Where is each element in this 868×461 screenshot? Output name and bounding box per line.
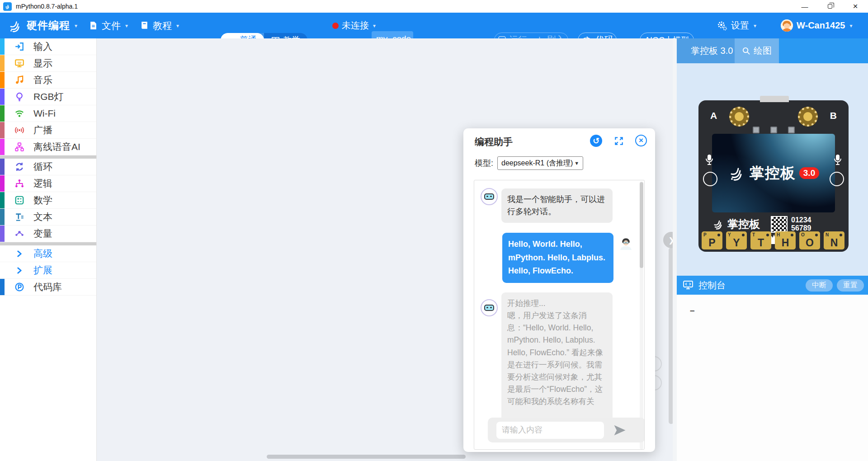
- close-button[interactable]: ×: [843, 0, 868, 13]
- silkscreen-brand: 掌控板: [727, 217, 760, 231]
- message-list[interactable]: 我是一个智能助手，可以进行多轮对话。 Hello, World. Hello, …: [474, 180, 645, 450]
- chevron-down-icon: ▾: [754, 23, 756, 29]
- bot-avatar: [481, 188, 498, 205]
- panel-gutter: [673, 38, 677, 461]
- usb-port: [760, 96, 789, 102]
- horizontal-scrollbar[interactable]: [267, 455, 466, 459]
- close-dialog-button[interactable]: ×: [635, 135, 647, 146]
- brand-logo-icon: [8, 18, 23, 33]
- connection-label: 未连接: [342, 19, 369, 32]
- chevron-down-icon: ▾: [176, 23, 179, 29]
- chevron-right-icon: [16, 267, 23, 273]
- sidebar-item-wifi[interactable]: Wi-Fi: [0, 105, 96, 122]
- send-icon[interactable]: [613, 423, 627, 437]
- touch-pad-h: HH: [775, 231, 796, 249]
- sidebar-item-label: 显示: [33, 57, 52, 70]
- touch-pads: PPYYTTHHOONN: [702, 231, 845, 249]
- version-badge: 3.0: [799, 167, 819, 179]
- chevron-down-icon: ▾: [849, 23, 852, 29]
- sidebar-item-chevron-right[interactable]: 扩展: [0, 262, 96, 279]
- category-color-stripe: [0, 209, 5, 225]
- model-select[interactable]: deepseek-R1 (含推理) ▼: [497, 156, 583, 170]
- sidebar-item-label: 输入: [33, 40, 52, 53]
- category-color-stripe: [0, 139, 5, 155]
- chevron-right-icon: [16, 250, 23, 257]
- sidebar-item-chevron-right[interactable]: 高级: [0, 245, 96, 262]
- screen-brand-text: 掌控板: [750, 163, 796, 183]
- app-logo-icon: [3, 2, 12, 11]
- sidebar-item-input[interactable]: 输入: [0, 38, 96, 55]
- category-color-stripe: [0, 55, 5, 71]
- expand-button[interactable]: [613, 135, 625, 147]
- file-icon: [89, 21, 98, 30]
- broadcast-icon: [14, 125, 24, 135]
- sidebar-item-music[interactable]: 音乐: [0, 72, 96, 89]
- interrupt-button[interactable]: 中断: [806, 279, 833, 292]
- sidebar-item-loop[interactable]: 循环: [0, 159, 96, 175]
- chat-input-bar: [488, 418, 645, 442]
- settings-menu[interactable]: 设置 ▾: [717, 13, 756, 38]
- sidebar-item-label: 变量: [33, 227, 52, 240]
- connection-status[interactable]: 未连接 ▾: [332, 13, 376, 38]
- model-label: 模型:: [475, 158, 493, 169]
- titlebar: mPython0.8.7-alpha.1 — ×: [0, 0, 868, 13]
- category-color-stripe: [0, 159, 5, 175]
- sidebar-item-voice-ai[interactable]: 离线语音AI: [0, 139, 96, 155]
- category-color-stripe: [0, 105, 5, 122]
- board-screen: 掌控板 3.0: [712, 134, 835, 212]
- reset-button[interactable]: 重置: [837, 279, 864, 292]
- category-color-stripe: [0, 89, 5, 105]
- console-cursor: –: [690, 306, 695, 315]
- logic-icon: [14, 179, 24, 188]
- settings-label: 设置: [731, 19, 749, 32]
- sidebar-item-broadcast[interactable]: 广播: [0, 122, 96, 139]
- user-menu[interactable]: W-Can1425 ▾: [781, 13, 852, 38]
- sidebar-item-rgb[interactable]: RGB灯: [0, 89, 96, 105]
- sidebar-item-text[interactable]: 文本: [0, 209, 96, 226]
- chevron-down-icon: ▾: [125, 23, 128, 29]
- button-b: [798, 107, 818, 127]
- sidebar-item-label: 高级: [33, 247, 52, 260]
- brand-menu[interactable]: 硬件编程 ▾: [8, 13, 77, 38]
- minimize-button[interactable]: —: [792, 0, 817, 13]
- sidebar-item-label: 循环: [33, 160, 52, 173]
- tab-board[interactable]: 掌控板 3.0: [677, 38, 735, 63]
- math-icon: [14, 195, 24, 205]
- loop-icon: [14, 162, 24, 172]
- category-color-stripe: [0, 175, 5, 192]
- console-monitor-icon: [682, 280, 694, 291]
- user-chat-avatar: [619, 236, 633, 250]
- sidebar-item-math[interactable]: 数学: [0, 192, 96, 209]
- category-color-stripe: [0, 72, 5, 88]
- sidebar-divider: [0, 242, 96, 245]
- sidebar-item-display[interactable]: 显示: [0, 55, 96, 72]
- expand-icon: [614, 136, 624, 146]
- microphone-icon: [832, 154, 843, 166]
- sidebar-item-variable[interactable]: 变量: [0, 226, 96, 242]
- board-tab-label: 掌控板 3.0: [691, 45, 733, 57]
- history-icon: ↺: [593, 136, 599, 146]
- side-pad: [703, 172, 717, 186]
- console-output[interactable]: –: [677, 295, 868, 461]
- sidebar-item-codelib[interactable]: 代码库: [0, 279, 96, 296]
- history-reset-button[interactable]: ↺: [590, 135, 602, 147]
- search-icon: [742, 47, 750, 55]
- mpython-app-window: mPython0.8.7-alpha.1 — × 硬件编程 ▾ 文件 ▾ 教程 …: [0, 0, 868, 461]
- category-color-stripe: [0, 226, 5, 242]
- input-icon: [14, 42, 24, 52]
- rgb-led-icon: [770, 127, 777, 133]
- chat-scrollbar-thumb[interactable]: [640, 182, 643, 268]
- assistant-title: 编程助手: [475, 136, 513, 148]
- file-menu[interactable]: 文件 ▾: [89, 13, 128, 38]
- sidebar-item-label: 离线语音AI: [33, 141, 80, 153]
- sidebar-item-logic[interactable]: 逻辑: [0, 175, 96, 192]
- chat-input[interactable]: [496, 422, 604, 439]
- qr-code: [771, 216, 788, 233]
- rgb-icon: [14, 92, 24, 102]
- tab-draw[interactable]: 绘图: [735, 38, 779, 63]
- chevron-down-icon: ▾: [75, 23, 77, 29]
- tutorial-menu[interactable]: 教程 ▾: [140, 13, 179, 38]
- restore-button[interactable]: [817, 0, 843, 13]
- button-a: [729, 107, 749, 127]
- window-title: mPython0.8.7-alpha.1: [16, 3, 78, 10]
